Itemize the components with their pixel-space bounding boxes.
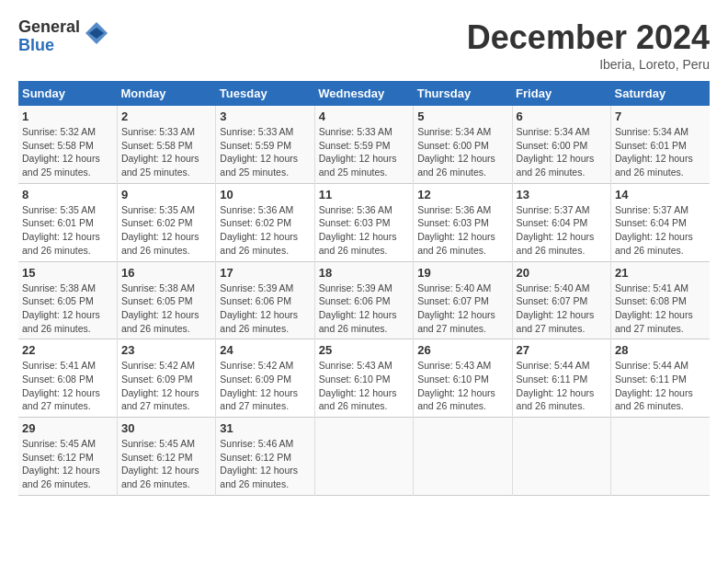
day-number: 20 [517,266,607,280]
day-info: Sunrise: 5:39 AM Sunset: 6:06 PM Dayligh… [220,282,310,336]
header-day: Thursday [414,81,512,106]
header-day: Monday [117,81,215,106]
calendar-cell: 15Sunrise: 5:38 AM Sunset: 6:05 PM Dayli… [18,261,117,339]
day-info: Sunrise: 5:35 AM Sunset: 6:01 PM Dayligh… [22,203,113,258]
calendar-cell: 16Sunrise: 5:38 AM Sunset: 6:05 PM Dayli… [117,261,215,339]
logo-icon [84,20,109,50]
day-info: Sunrise: 5:37 AM Sunset: 6:04 PM Dayligh… [517,203,607,258]
calendar-cell: 14Sunrise: 5:37 AM Sunset: 6:04 PM Dayli… [611,183,710,261]
header-day: Saturday [611,81,710,106]
calendar-cell [314,418,413,496]
day-number: 24 [220,343,310,357]
day-number: 11 [319,188,409,201]
calendar-cell: 7Sunrise: 5:34 AM Sunset: 6:01 PM Daylig… [611,106,710,183]
day-number: 30 [121,421,211,435]
day-info: Sunrise: 5:35 AM Sunset: 6:02 PM Dayligh… [121,203,211,258]
day-info: Sunrise: 5:44 AM Sunset: 6:11 PM Dayligh… [517,359,607,413]
day-number: 7 [615,109,706,123]
day-info: Sunrise: 5:39 AM Sunset: 6:06 PM Dayligh… [319,282,409,336]
day-info: Sunrise: 5:40 AM Sunset: 6:07 PM Dayligh… [517,282,607,336]
day-info: Sunrise: 5:43 AM Sunset: 6:10 PM Dayligh… [417,359,507,413]
month-title: December 2024 [467,18,710,57]
day-info: Sunrise: 5:42 AM Sunset: 6:09 PM Dayligh… [220,359,310,413]
day-info: Sunrise: 5:45 AM Sunset: 6:12 PM Dayligh… [121,437,211,491]
calendar-cell: 22Sunrise: 5:41 AM Sunset: 6:08 PM Dayli… [18,339,117,418]
week-row: 29Sunrise: 5:45 AM Sunset: 6:12 PM Dayli… [18,418,710,496]
calendar-cell: 13Sunrise: 5:37 AM Sunset: 6:04 PM Dayli… [512,183,610,261]
calendar-cell: 19Sunrise: 5:40 AM Sunset: 6:07 PM Dayli… [414,261,512,339]
day-number: 12 [417,188,507,201]
calendar-cell [512,418,610,496]
day-number: 23 [121,343,211,357]
calendar-cell: 4Sunrise: 5:33 AM Sunset: 5:59 PM Daylig… [314,106,413,183]
day-number: 18 [319,266,409,280]
day-info: Sunrise: 5:34 AM Sunset: 6:00 PM Dayligh… [417,125,507,179]
day-number: 6 [517,109,607,123]
day-number: 31 [220,421,310,435]
day-info: Sunrise: 5:33 AM Sunset: 5:59 PM Dayligh… [220,125,310,179]
calendar-cell: 1Sunrise: 5:32 AM Sunset: 5:58 PM Daylig… [18,106,117,183]
day-info: Sunrise: 5:34 AM Sunset: 6:00 PM Dayligh… [517,125,607,179]
day-number: 8 [22,188,113,201]
calendar-cell: 24Sunrise: 5:42 AM Sunset: 6:09 PM Dayli… [216,339,314,418]
day-info: Sunrise: 5:36 AM Sunset: 6:03 PM Dayligh… [319,203,409,258]
page-header: General Blue December 2024 Iberia, Loret… [18,18,710,72]
calendar-cell: 29Sunrise: 5:45 AM Sunset: 6:12 PM Dayli… [18,418,117,496]
calendar-table: SundayMondayTuesdayWednesdayThursdayFrid… [18,81,710,496]
day-info: Sunrise: 5:32 AM Sunset: 5:58 PM Dayligh… [22,125,113,179]
day-number: 22 [22,343,113,357]
day-number: 25 [319,343,409,357]
location: Iberia, Loreto, Peru [467,57,710,72]
calendar-cell: 20Sunrise: 5:40 AM Sunset: 6:07 PM Dayli… [512,261,610,339]
day-number: 13 [517,188,607,201]
day-info: Sunrise: 5:38 AM Sunset: 6:05 PM Dayligh… [22,282,113,336]
title-section: December 2024 Iberia, Loreto, Peru [467,18,710,72]
day-number: 10 [220,188,310,201]
calendar-cell: 23Sunrise: 5:42 AM Sunset: 6:09 PM Dayli… [117,339,215,418]
logo-general: General [18,18,80,37]
calendar-cell: 6Sunrise: 5:34 AM Sunset: 6:00 PM Daylig… [512,106,610,183]
week-row: 1Sunrise: 5:32 AM Sunset: 5:58 PM Daylig… [18,106,710,183]
day-number: 27 [517,343,607,357]
calendar-cell: 5Sunrise: 5:34 AM Sunset: 6:00 PM Daylig… [414,106,512,183]
calendar-cell: 3Sunrise: 5:33 AM Sunset: 5:59 PM Daylig… [216,106,314,183]
calendar-cell: 17Sunrise: 5:39 AM Sunset: 6:06 PM Dayli… [216,261,314,339]
calendar-cell: 26Sunrise: 5:43 AM Sunset: 6:10 PM Dayli… [414,339,512,418]
day-number: 5 [417,109,507,123]
day-number: 19 [417,266,507,280]
header-row: SundayMondayTuesdayWednesdayThursdayFrid… [18,81,710,106]
day-info: Sunrise: 5:42 AM Sunset: 6:09 PM Dayligh… [121,359,211,413]
calendar-cell: 21Sunrise: 5:41 AM Sunset: 6:08 PM Dayli… [611,261,710,339]
calendar-cell: 31Sunrise: 5:46 AM Sunset: 6:12 PM Dayli… [216,418,314,496]
header-day: Sunday [18,81,117,106]
day-number: 2 [121,109,211,123]
day-number: 15 [22,266,113,280]
calendar-cell: 30Sunrise: 5:45 AM Sunset: 6:12 PM Dayli… [117,418,215,496]
day-info: Sunrise: 5:46 AM Sunset: 6:12 PM Dayligh… [220,437,310,491]
day-info: Sunrise: 5:33 AM Sunset: 5:59 PM Dayligh… [319,125,409,179]
header-day: Friday [512,81,610,106]
day-number: 4 [319,109,409,123]
day-number: 3 [220,109,310,123]
day-info: Sunrise: 5:33 AM Sunset: 5:58 PM Dayligh… [121,125,211,179]
header-day: Wednesday [314,81,413,106]
day-number: 14 [615,188,706,201]
day-number: 9 [121,188,211,201]
day-info: Sunrise: 5:38 AM Sunset: 6:05 PM Dayligh… [121,282,211,336]
day-number: 1 [22,109,113,123]
calendar-cell: 18Sunrise: 5:39 AM Sunset: 6:06 PM Dayli… [314,261,413,339]
week-row: 15Sunrise: 5:38 AM Sunset: 6:05 PM Dayli… [18,261,710,339]
logo-blue: Blue [18,37,80,55]
day-number: 29 [22,421,113,435]
day-info: Sunrise: 5:36 AM Sunset: 6:03 PM Dayligh… [417,203,507,258]
day-info: Sunrise: 5:36 AM Sunset: 6:02 PM Dayligh… [220,203,310,258]
week-row: 22Sunrise: 5:41 AM Sunset: 6:08 PM Dayli… [18,339,710,418]
day-info: Sunrise: 5:41 AM Sunset: 6:08 PM Dayligh… [615,282,706,336]
calendar-cell: 27Sunrise: 5:44 AM Sunset: 6:11 PM Dayli… [512,339,610,418]
calendar-cell: 2Sunrise: 5:33 AM Sunset: 5:58 PM Daylig… [117,106,215,183]
day-info: Sunrise: 5:41 AM Sunset: 6:08 PM Dayligh… [22,359,113,413]
calendar-cell [414,418,512,496]
calendar-cell: 11Sunrise: 5:36 AM Sunset: 6:03 PM Dayli… [314,183,413,261]
day-number: 21 [615,266,706,280]
day-number: 28 [615,343,706,357]
